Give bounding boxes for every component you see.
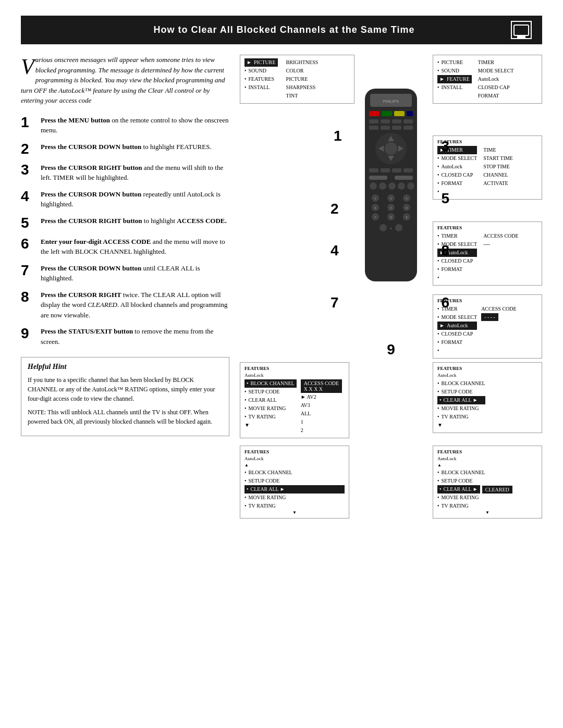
- step-6-number: 6: [21, 237, 35, 251]
- access-code-input-display: - - - -: [481, 313, 498, 321]
- svg-rect-21: [369, 168, 378, 172]
- step-5: 5 Press the CURSOR RIGHT button to highl…: [21, 216, 229, 230]
- screen8-subtitle: AutoLock: [437, 456, 537, 461]
- all-val: ALL: [301, 410, 342, 418]
- remote-label-1: 1: [334, 128, 342, 144]
- menu-val-format: FORMAT: [478, 92, 514, 100]
- up-arrow-8: ▲: [437, 463, 442, 467]
- clear-all-hl-7l: •CLEAR ALL ►: [244, 485, 345, 493]
- screen7l-heading: FEATURES: [244, 449, 345, 454]
- menu-item-sound: •SOUND: [244, 67, 278, 75]
- remote-label-7: 7: [331, 294, 339, 311]
- step-3-bold: Press the CURSOR RIGHT button: [41, 164, 142, 171]
- svg-point-30: [398, 182, 405, 190]
- stop-time-val: STOP TIME: [483, 163, 513, 171]
- svg-rect-7: [369, 119, 378, 124]
- svg-point-27: [370, 182, 377, 190]
- menu-val-tint: TINT: [286, 92, 319, 100]
- svg-text:9: 9: [406, 216, 408, 219]
- clear-all-left-screen: FEATURES AutoLock ▲ •BLOCK CHANNEL •SETU…: [240, 446, 349, 519]
- svg-rect-4: [382, 111, 392, 116]
- remote-label-3: 3: [441, 138, 449, 155]
- menu-item-features: •FEATURES: [244, 75, 278, 83]
- access-code-xxxx: ACCESS CODEX X X X: [301, 379, 342, 393]
- step-3-text: Press the CURSOR RIGHT button and the me…: [41, 163, 229, 183]
- svg-rect-23: [392, 168, 401, 172]
- tv-rating-7r: •TV RATING: [437, 413, 485, 421]
- remote-control-area: 1 3 5 8 2 4 7 6 9 PHILIPS: [328, 86, 454, 378]
- menu-right-col: BRIGHTNESS COLOR PICTURE SHARPNESS TINT: [286, 58, 319, 100]
- remote-label-2: 2: [331, 201, 339, 217]
- step-3: 3 Press the CURSOR RIGHT button and the …: [21, 163, 229, 183]
- svg-text:4: 4: [375, 206, 376, 209]
- step-7: 7 Press the CURSOR DOWN button until CLE…: [21, 263, 229, 283]
- step-4: 4 Press the CURSOR DOWN button repeatedl…: [21, 189, 229, 209]
- hint-para-1: If you tune to a specific channel that h…: [28, 375, 223, 403]
- svg-rect-22: [381, 168, 390, 172]
- step-7-text: Press the CURSOR DOWN button until CLEAR…: [41, 263, 229, 283]
- menu-right-col-2: TIMER MODE SELECT AutoLock CLOSED CAP FO…: [478, 58, 514, 100]
- step-6: 6 Enter your four-digit ACCESS CODE and …: [21, 237, 229, 257]
- menu-val-color: COLOR: [286, 67, 319, 75]
- step-1-text: Press the MENU button on the remote cont…: [41, 115, 229, 135]
- step-3-number: 3: [21, 163, 35, 177]
- menu-val-cc: CLOSED CAP: [478, 83, 514, 92]
- setup-code-7l: •SETUP CODE: [244, 477, 345, 485]
- remote-label-8: 8: [441, 242, 449, 259]
- menu-val-mode: MODE SELECT: [478, 67, 514, 75]
- activate-val: ACTIVATE: [483, 179, 513, 188]
- page-header: How to Clear All Blocked Channels at the…: [21, 16, 542, 44]
- movie-rating-6: •MOVIE RATING: [244, 404, 297, 413]
- right-column: ►PICTURE •SOUND •FEATURES •INSTALL BRIGH…: [240, 55, 542, 498]
- menu-item-snd2: •SOUND: [437, 67, 472, 75]
- menu-item-pic2: •PICTURE: [437, 58, 472, 67]
- step-2-text: Press the CURSOR DOWN button to highligh…: [41, 142, 212, 152]
- menu-item-picture-hl: ►PICTURE: [244, 58, 278, 67]
- up-arrow-7l: ▲: [244, 463, 249, 467]
- menu-item-feat-hl: ►FEATURE: [437, 75, 472, 83]
- screen6-left: •BLOCK CHANNEL •SETUP CODE •CLEAR ALL •M…: [244, 379, 297, 429]
- svg-text:7: 7: [375, 216, 376, 219]
- tv-icon: [513, 24, 529, 36]
- cleared-badge: CLEARED: [482, 486, 512, 493]
- remote-label-5: 5: [441, 190, 449, 207]
- screen8-heading: FEATURES: [437, 449, 537, 454]
- svg-rect-9: [392, 119, 401, 124]
- steps-list: 1 Press the MENU button on the remote co…: [21, 115, 229, 347]
- down-arrow-7r: ▼: [437, 421, 485, 429]
- svg-rect-24: [403, 168, 413, 172]
- left-column: Various onscreen messages will appear wh…: [21, 55, 229, 498]
- access-code-label-5: ACCESS CODE: [481, 305, 517, 313]
- time-val: TIME: [483, 146, 513, 154]
- header-logo: [511, 21, 532, 39]
- down-arrow-7l: ▼: [244, 510, 345, 515]
- remote-label-6: 6: [441, 294, 449, 311]
- step-6-text: Enter your four-digit ACCESS CODE and th…: [41, 237, 229, 257]
- access-code-dashes: ----: [483, 240, 519, 249]
- screen3-right: TIME START TIME STOP TIME CHANNEL ACTIVA…: [483, 146, 513, 196]
- tv-rating-6: •TV RATING: [244, 413, 297, 421]
- menu-val-timer: TIMER: [478, 58, 514, 67]
- remote-label-9: 9: [387, 341, 395, 358]
- svg-rect-14: [403, 126, 413, 130]
- svg-point-16: [385, 142, 397, 155]
- start-time-val: START TIME: [483, 154, 513, 163]
- step-4-text: Press the CURSOR DOWN button repeatedly …: [41, 189, 229, 209]
- step-4-bold: Press the CURSOR DOWN button: [41, 190, 141, 198]
- step-9: 9 Press the STATUS/EXIT button to remove…: [21, 326, 229, 347]
- setup-code-6: •SETUP CODE: [244, 388, 297, 396]
- intro-paragraph: Various onscreen messages will appear wh…: [21, 55, 229, 106]
- svg-point-31: [407, 182, 414, 190]
- svg-text:1: 1: [375, 197, 376, 200]
- svg-point-50: [380, 224, 387, 231]
- screen7r-left: •BLOCK CHANNEL •SETUP CODE •CLEAR ALL ► …: [437, 379, 485, 429]
- menu-val-sharpness: SHARPNESS: [286, 83, 319, 92]
- drop-cap: V: [21, 56, 34, 78]
- menu-val-brightness: BRIGHTNESS: [286, 58, 319, 67]
- svg-rect-6: [407, 111, 413, 116]
- hint-title: Helpful Hint: [28, 363, 223, 371]
- page-title: How to Clear All Blocked Channels at the…: [57, 24, 511, 35]
- screen-step8: FEATURES AutoLock ▲ •BLOCK CHANNEL •SETU…: [433, 446, 542, 523]
- movie-rating-7l: •MOVIE RATING: [244, 493, 345, 502]
- step-5-number: 5: [21, 216, 35, 230]
